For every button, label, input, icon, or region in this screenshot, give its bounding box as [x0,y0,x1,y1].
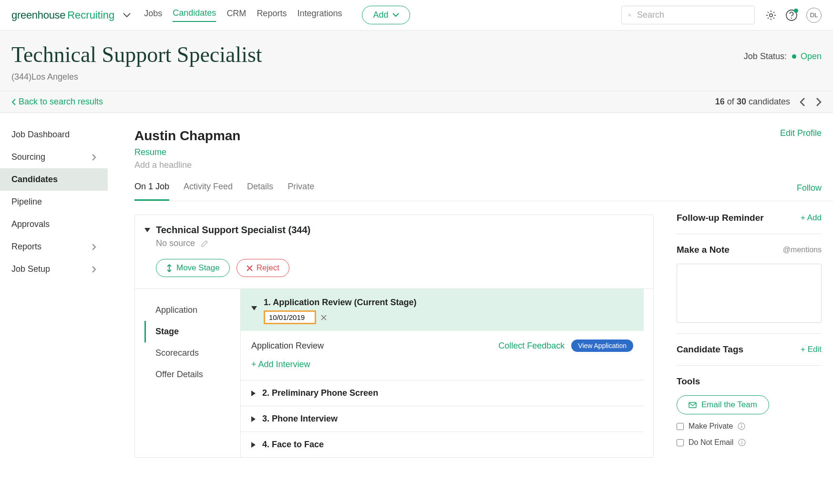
info-icon[interactable] [738,422,745,430]
edit-source-pencil-icon[interactable] [201,239,209,247]
reject-label: Reject [257,263,279,273]
stage-tabs: Application Stage Scorecards Offer Detai… [144,289,241,457]
brand-greenhouse: greenhouse [11,9,65,21]
reject-button[interactable]: Reject [237,259,289,277]
sidebar-label: Job Dashboard [11,130,70,140]
sidebar-item-reports[interactable]: Reports [0,236,108,258]
move-stage-button[interactable]: Move Stage [156,259,230,277]
page-header: Technical Support Specialist (344)Los An… [0,31,833,91]
stage-number: 1. [264,298,271,307]
stagetab-application[interactable]: Application [144,299,240,321]
job-status-value: Open [801,51,822,61]
nav-jobs[interactable]: Jobs [144,9,162,21]
prev-candidate-button[interactable] [800,98,805,106]
followup-title: Follow-up Reminder [677,213,764,223]
add-headline-placeholder[interactable]: Add a headline [134,160,240,170]
nav-candidates[interactable]: Candidates [173,8,216,22]
collect-feedback-link[interactable]: Collect Feedback [498,341,565,351]
candidate-name: Austin Chapman [134,128,240,144]
status-dot-icon [792,54,796,59]
stagetab-scorecards[interactable]: Scorecards [144,342,240,364]
nav-crm[interactable]: CRM [226,9,246,21]
chevron-right-icon [92,154,96,161]
do-not-email-input[interactable] [677,439,684,446]
sidebar-item-dashboard[interactable]: Job Dashboard [0,123,108,146]
make-private-checkbox[interactable]: Make Private [677,422,822,431]
move-stage-icon [166,264,173,272]
job-status-label: Job Status: [744,51,787,61]
svg-rect-5 [689,402,696,408]
tab-on-job[interactable]: On 1 Job [134,182,169,201]
stage-date-input[interactable] [264,310,316,324]
top-nav: greenhouse Recruiting Jobs Candidates CR… [0,0,833,31]
note-textarea[interactable] [677,264,822,323]
count-suffix: candidates [749,97,790,106]
tab-private[interactable]: Private [288,182,314,201]
sidebar-label: Reports [11,242,41,252]
followup-add-link[interactable]: + Add [801,213,822,223]
follow-link[interactable]: Follow [797,183,822,201]
sidebar-item-candidates[interactable]: Candidates [0,168,108,191]
svg-line-1 [630,15,631,16]
search-box[interactable] [621,6,755,24]
count-of: of [727,97,734,106]
add-button[interactable]: Add [362,6,410,24]
next-candidate-button[interactable] [816,98,822,106]
aside: Follow-up Reminder + Add Make a Note @me… [665,201,833,468]
email-team-label: Email the Team [701,400,757,410]
edit-profile-link[interactable]: Edit Profile [780,128,822,138]
user-avatar[interactable]: DL [806,8,822,23]
brand-recruiting: Recruiting [67,9,114,21]
mentions-link[interactable]: @mentions [783,246,822,254]
tags-title: Candidate Tags [677,344,743,355]
current-stage-box: 1. Application Review (Current Stage) [241,289,644,331]
stagetab-offer-details[interactable]: Offer Details [144,364,240,385]
collapse-triangle-icon[interactable] [251,306,257,310]
settings-gear-icon[interactable] [765,10,777,21]
sidebar-item-jobsetup[interactable]: Job Setup [0,258,108,280]
stagetab-stage[interactable]: Stage [144,321,240,342]
no-source-label: No source [156,238,195,248]
svg-rect-8 [741,426,742,428]
add-interview-link[interactable]: + Add Interview [241,352,321,380]
nav-reports[interactable]: Reports [257,9,287,21]
stage-item[interactable]: 3. Phone Interview [241,406,644,432]
candidate-count: 16 of 30 candidates [715,97,822,107]
svg-rect-11 [741,442,742,444]
tab-details[interactable]: Details [247,182,273,201]
sidebar-item-pipeline[interactable]: Pipeline [0,191,108,213]
svg-point-4 [791,17,792,18]
stage-item[interactable]: 4. Face to Face [241,432,644,457]
move-stage-label: Move Stage [176,263,220,273]
help-notification-dot [794,9,798,13]
chevron-right-icon [92,244,96,250]
source-row: No source [156,238,644,248]
nav-integrations[interactable]: Integrations [297,9,342,21]
help-icon[interactable] [785,9,798,21]
sidebar-item-sourcing[interactable]: Sourcing [0,146,108,168]
stage-label: Application Review (Current Stage) [273,298,416,307]
do-not-email-checkbox[interactable]: Do Not Email [677,438,822,447]
sidebar-item-approvals[interactable]: Approvals [0,213,108,236]
brand-logo[interactable]: greenhouse Recruiting [11,9,114,21]
expand-triangle-icon [251,391,256,396]
view-application-button[interactable]: View Application [571,339,633,352]
resume-link[interactable]: Resume [134,147,240,157]
search-input[interactable] [637,10,748,20]
make-private-label: Make Private [689,422,733,431]
back-to-search-link[interactable]: Back to search results [11,97,103,107]
sidebar-label: Sourcing [11,152,45,162]
count-total: 30 [737,97,746,106]
make-private-input[interactable] [677,423,684,430]
add-button-label: Add [373,10,388,20]
info-icon[interactable] [738,439,746,446]
tab-activity-feed[interactable]: Activity Feed [184,182,233,201]
note-title: Make a Note [677,245,730,255]
brand-switcher-chevron-icon[interactable] [123,13,131,18]
job-panel-title-row[interactable]: Technical Support Specialist (344) [144,225,644,236]
stage-item[interactable]: 2. Preliminary Phone Screen [241,380,644,406]
expand-triangle-icon [251,416,256,422]
email-team-button[interactable]: Email the Team [677,395,769,414]
tags-edit-link[interactable]: + Edit [801,345,822,354]
clear-date-x-icon[interactable] [321,315,327,320]
